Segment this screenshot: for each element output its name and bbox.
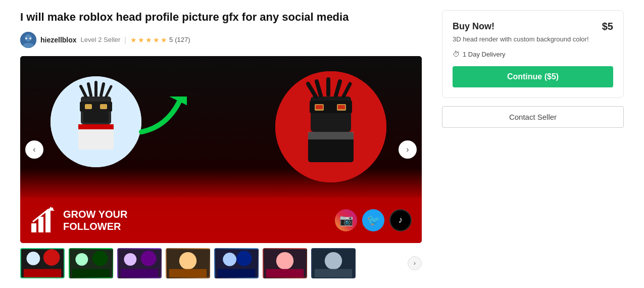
thumbnail-5[interactable] (214, 248, 259, 278)
thumb-img-2 (70, 249, 112, 277)
svg-rect-33 (31, 223, 36, 232)
thumb-img-6 (264, 249, 306, 277)
seller-info: hiezellblox Level 2 Seller | ★ ★ ★ ★ ★ 5… (20, 32, 422, 48)
next-arrow-icon: › (406, 145, 409, 154)
svg-point-2 (25, 37, 27, 39)
svg-point-43 (92, 251, 108, 266)
thumbnail-2[interactable] (69, 248, 113, 278)
thumb-img-4 (167, 249, 209, 277)
price-header: Buy Now! $5 (453, 21, 613, 32)
thumb-img-7 (312, 249, 355, 277)
svg-point-53 (223, 253, 236, 266)
svg-rect-30 (338, 105, 345, 109)
svg-rect-58 (266, 269, 304, 277)
gig-main-image: GROW YOUR FOLLOWER 📷 🐦 ♪ ‹ (20, 56, 422, 243)
contact-seller-button[interactable]: Contact Seller (442, 106, 624, 128)
thumb-img-5 (215, 249, 258, 277)
svg-rect-12 (85, 104, 92, 109)
main-content: I will make roblox head profile picture … (20, 10, 422, 278)
grow-text: GROW YOUR FOLLOWER (63, 208, 127, 232)
svg-point-57 (276, 252, 293, 269)
bottom-bar: GROW YOUR FOLLOWER 📷 🐦 ♪ (20, 198, 422, 243)
gig-title: I will make roblox head profile picture … (20, 10, 422, 25)
svg-point-60 (325, 252, 342, 269)
chart-icon (30, 206, 56, 235)
thumbnail-4[interactable] (166, 248, 210, 278)
twitter-icon: 🐦 (362, 209, 384, 231)
after-circle (275, 71, 386, 182)
star-1: ★ (130, 36, 137, 44)
price-tag: $5 (602, 21, 613, 32)
next-image-button[interactable]: › (399, 140, 417, 159)
svg-rect-6 (80, 102, 112, 112)
svg-point-39 (43, 249, 60, 265)
seller-username[interactable]: hiezellblox (40, 36, 77, 44)
buy-now-label: Buy Now! (453, 21, 494, 32)
svg-rect-34 (38, 217, 43, 232)
review-count: (127) (175, 36, 190, 43)
svg-point-42 (75, 253, 88, 266)
svg-rect-61 (315, 269, 352, 277)
star-2: ★ (138, 36, 144, 44)
avatar (20, 32, 36, 48)
svg-rect-55 (218, 269, 255, 277)
delivery-info: ⏱ 1 Day Delivery (453, 50, 613, 58)
thumbnail-next-button[interactable]: › (408, 256, 422, 270)
delivery-days: 1 Day Delivery (463, 51, 506, 58)
svg-point-54 (236, 251, 252, 266)
svg-point-47 (141, 251, 157, 266)
svg-rect-14 (83, 112, 109, 123)
thumbnail-6[interactable] (263, 248, 307, 278)
prev-image-button[interactable]: ‹ (25, 140, 43, 159)
thumbnail-strip: › (20, 248, 422, 278)
svg-rect-32 (308, 132, 354, 139)
star-rating: ★ ★ ★ ★ ★ 5 (127) (130, 36, 190, 44)
grow-line-1: GROW YOUR (63, 208, 127, 220)
sidebar: Buy Now! $5 3D head render with custom b… (442, 10, 624, 278)
svg-rect-51 (169, 269, 207, 277)
gig-scene: GROW YOUR FOLLOWER 📷 🐦 ♪ (20, 56, 422, 243)
package-description: 3D head render with custom background co… (453, 35, 613, 43)
svg-rect-40 (24, 269, 61, 277)
divider: | (124, 36, 126, 44)
svg-rect-44 (72, 269, 110, 277)
growth-arrow (136, 97, 187, 138)
svg-point-46 (124, 253, 136, 266)
svg-point-38 (27, 252, 40, 265)
price-card: Buy Now! $5 3D head render with custom b… (442, 10, 624, 98)
thumbnail-7[interactable] (311, 248, 356, 278)
thumbnail-1[interactable] (20, 248, 65, 278)
before-circle (51, 76, 141, 167)
continue-button[interactable]: Continue ($5) (453, 66, 613, 87)
star-5: ★ (161, 36, 167, 44)
svg-rect-48 (121, 269, 158, 277)
star-4: ★ (153, 36, 160, 44)
thumbnail-3[interactable] (117, 248, 162, 278)
social-icons: 📷 🐦 ♪ (335, 209, 412, 231)
thumb-next-icon: › (414, 259, 416, 267)
star-3: ★ (145, 36, 152, 44)
svg-point-50 (179, 252, 196, 269)
svg-point-3 (29, 37, 31, 39)
main-image-container: GROW YOUR FOLLOWER 📷 🐦 ♪ ‹ (20, 56, 422, 243)
prev-arrow-icon: ‹ (33, 145, 35, 154)
page-container: I will make roblox head profile picture … (0, 0, 644, 288)
svg-rect-35 (45, 211, 51, 232)
clock-icon: ⏱ (453, 50, 460, 58)
svg-rect-28 (313, 114, 349, 128)
instagram-icon: 📷 (335, 209, 357, 231)
thumb-img-1 (21, 249, 64, 277)
tiktok-icon: ♪ (389, 209, 412, 231)
thumb-img-3 (118, 249, 161, 277)
svg-rect-16 (78, 124, 114, 129)
svg-rect-13 (100, 104, 107, 109)
svg-rect-29 (316, 105, 323, 109)
seller-level: Level 2 Seller (81, 36, 121, 43)
rating-value: 5 (169, 36, 173, 43)
grow-line-2: FOLLOWER (63, 220, 127, 232)
